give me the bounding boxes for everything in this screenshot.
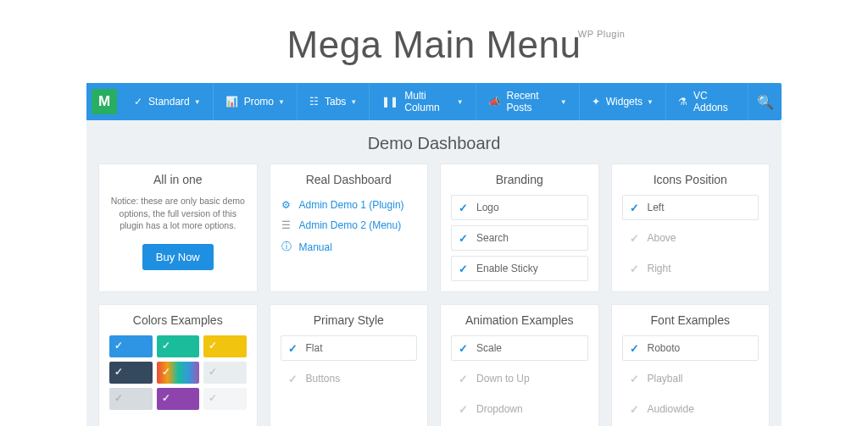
- option-label: Right: [648, 263, 671, 274]
- swatch-light3[interactable]: [203, 388, 247, 410]
- option-label: Audiowide: [648, 403, 694, 415]
- check-icon: [630, 203, 641, 213]
- option-audiowide[interactable]: Audiowide: [622, 396, 760, 422]
- swatch-blue[interactable]: [109, 335, 153, 357]
- swatch-teal[interactable]: [157, 335, 200, 357]
- card-title: Primary Style: [281, 313, 418, 327]
- option-label: Buttons: [306, 373, 341, 385]
- notice-text: Notice: these are only basic demo option…: [109, 195, 247, 232]
- link-admin-demo-2[interactable]: ☰Admin Demo 2 (Menu): [281, 215, 418, 235]
- title-text: Mega Main Menu: [287, 24, 581, 65]
- option-label: Left: [648, 202, 665, 213]
- option-label: Scale: [476, 342, 502, 354]
- link-label: Admin Demo 2 (Menu): [299, 219, 402, 231]
- link-admin-demo-1[interactable]: ⚙Admin Demo 1 (Plugin): [281, 195, 418, 215]
- caret-down-icon: ▼: [560, 98, 567, 106]
- nav-item-standard[interactable]: ✓Standard▼: [122, 83, 214, 120]
- nav-item-multicolumn[interactable]: ❚❚Multi Column▼: [370, 83, 476, 120]
- nav-item-vcaddons[interactable]: ⚗VC Addons: [666, 83, 748, 120]
- check-icon: [459, 405, 470, 414]
- check-icon: [630, 344, 641, 353]
- link-label: Manual: [299, 241, 332, 253]
- nav-label: Multi Column: [404, 90, 452, 113]
- swatch-light1[interactable]: [203, 362, 247, 384]
- card-title: Colors Examples: [109, 313, 247, 327]
- option-label: Enable Sticky: [476, 263, 538, 274]
- card-title: Icons Position: [622, 173, 760, 186]
- check-icon: [459, 374, 470, 384]
- option-buttons[interactable]: Buttons: [281, 366, 418, 391]
- flask-icon: ⚗: [678, 96, 687, 108]
- nav-item-recent[interactable]: 📣Recent Posts▼: [476, 83, 580, 120]
- option-above[interactable]: Above: [622, 225, 760, 251]
- caret-down-icon: ▼: [457, 98, 464, 106]
- menu-icon: ☰: [281, 219, 292, 231]
- nav-item-widgets[interactable]: ✦Widgets▼: [580, 83, 666, 120]
- megaphone-icon: 📣: [488, 96, 501, 108]
- option-label: Down to Up: [476, 373, 530, 385]
- title-sup: WP Plugin: [578, 29, 626, 39]
- option-label: Roboto: [648, 342, 681, 354]
- card-grid: All in one Notice: these are only basic …: [98, 163, 770, 426]
- option-label: Flat: [306, 342, 323, 354]
- card-title: Font Examples: [622, 313, 760, 327]
- main-nav: M ✓Standard▼ 📊Promo▼ ☷Tabs▼ ❚❚Multi Colu…: [86, 83, 782, 120]
- option-enable-sticky[interactable]: Enable Sticky: [451, 256, 588, 281]
- nav-label: Widgets: [606, 96, 643, 108]
- caret-down-icon: ▼: [194, 98, 201, 106]
- card-real-dashboard: Real Dashboard ⚙Admin Demo 1 (Plugin) ☰A…: [270, 163, 429, 292]
- pause-icon: ❚❚: [381, 96, 398, 108]
- dashboard-title: Demo Dashboard: [98, 134, 770, 153]
- option-dropdown[interactable]: Dropdown: [451, 396, 588, 422]
- nav-item-promo[interactable]: 📊Promo▼: [214, 83, 298, 120]
- swatch-light2[interactable]: [109, 388, 153, 410]
- card-font: Font Examples Roboto Playball Audiowide: [611, 304, 771, 426]
- caret-down-icon: ▼: [647, 98, 654, 106]
- option-right[interactable]: Right: [622, 256, 760, 281]
- card-title: Animation Examples: [451, 313, 588, 327]
- check-icon: [288, 374, 299, 384]
- puzzle-icon: ✦: [592, 96, 600, 108]
- nav-label: Promo: [244, 96, 274, 108]
- card-allinone: All in one Notice: these are only basic …: [98, 163, 258, 292]
- check-icon: [459, 264, 470, 274]
- option-down-to-up[interactable]: Down to Up: [451, 366, 588, 391]
- caret-down-icon: ▼: [278, 98, 285, 106]
- option-label: Dropdown: [476, 403, 523, 415]
- logo-icon: M: [92, 89, 117, 114]
- search-button[interactable]: 🔍: [748, 83, 782, 120]
- check-icon: [288, 344, 299, 353]
- link-manual[interactable]: ⓘManual: [281, 235, 418, 258]
- swatch-purple[interactable]: [157, 388, 200, 410]
- hero: Mega Main Menu WP Plugin: [0, 0, 868, 83]
- check-icon: [459, 234, 470, 243]
- nav-item-tabs[interactable]: ☷Tabs▼: [298, 83, 370, 120]
- nav-label: Tabs: [325, 96, 346, 108]
- search-icon: 🔍: [757, 94, 774, 110]
- card-title: All in one: [109, 173, 247, 186]
- buy-now-button[interactable]: Buy Now: [142, 244, 214, 270]
- swatch-yellow[interactable]: [203, 335, 247, 357]
- gear-icon: ⚙: [281, 199, 292, 211]
- link-label: Admin Demo 1 (Plugin): [299, 199, 404, 211]
- swatch-rainbow[interactable]: [157, 362, 200, 384]
- card-icons-position: Icons Position Left Above Right: [611, 163, 771, 292]
- card-animation: Animation Examples Scale Down to Up Drop…: [440, 304, 599, 426]
- swatch-grid: [109, 335, 247, 410]
- nav-logo[interactable]: M: [86, 83, 122, 120]
- option-left[interactable]: Left: [622, 195, 760, 220]
- option-roboto[interactable]: Roboto: [622, 335, 760, 361]
- option-scale[interactable]: Scale: [451, 335, 588, 361]
- card-title: Real Dashboard: [281, 173, 418, 186]
- check-icon: [630, 264, 641, 274]
- option-search[interactable]: Search: [451, 225, 588, 251]
- card-title: Branding: [451, 173, 588, 186]
- option-flat[interactable]: Flat: [281, 335, 418, 361]
- caret-down-icon: ▼: [350, 98, 357, 106]
- option-label: Logo: [476, 202, 499, 213]
- option-label: Playball: [648, 373, 683, 385]
- option-logo[interactable]: Logo: [451, 195, 588, 220]
- option-playball[interactable]: Playball: [622, 366, 760, 391]
- check-icon: [630, 234, 641, 243]
- swatch-dark[interactable]: [109, 362, 153, 384]
